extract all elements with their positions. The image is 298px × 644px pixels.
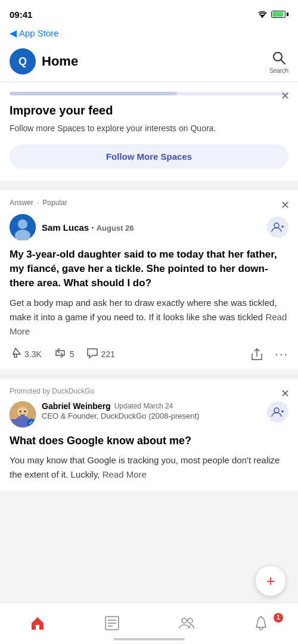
promoted-text: You may know that Google is tracking you… [10, 453, 288, 482]
action-row: 3.3K 5 221 [10, 347, 288, 361]
answer-card: Answer · Popular ✕ Sam Lucas · [0, 190, 298, 369]
follow-promoted-author-button[interactable] [267, 401, 288, 423]
author-row: Sam Lucas · August 26 [10, 214, 288, 240]
follow-promoted-icon [271, 405, 284, 419]
svg-text:Q: Q [18, 55, 27, 67]
promoted-card-close-button[interactable]: ✕ [281, 387, 290, 400]
verified-badge: ✓ [27, 419, 35, 427]
back-nav[interactable]: ◀ App Store [0, 26, 298, 44]
upvote-count: 3.3K [24, 349, 42, 359]
nav-item-spaces[interactable] [149, 611, 224, 631]
back-arrow-icon: ◀ [10, 27, 17, 39]
wifi-icon [257, 10, 268, 18]
back-label[interactable]: App Store [19, 28, 59, 38]
comment-count: 221 [101, 349, 115, 359]
upvote-arrow-icon [10, 347, 21, 359]
progress-bar-fill [10, 92, 177, 95]
svg-line-4 [281, 60, 285, 64]
author-date: August 26 [97, 224, 134, 233]
nav-item-notifications[interactable]: 1 [224, 611, 298, 631]
quora-q-icon: Q [14, 53, 31, 70]
promoted-avatar: ✓ [10, 401, 36, 428]
follow-author-button[interactable] [267, 216, 288, 238]
home-indicator [113, 638, 185, 640]
battery-icon [271, 11, 288, 18]
improve-feed-title: Improve your feed [10, 104, 288, 117]
main-content: ✕ Improve your feed Follow more Spaces t… [0, 82, 298, 538]
home-icon [30, 615, 45, 631]
author-date-separator: · [91, 222, 96, 233]
comment-bubble-icon [86, 348, 98, 358]
answer-meta: Answer · Popular [10, 199, 288, 207]
promoted-author-date: Updated March 24 [114, 402, 173, 410]
reshare-count: 5 [70, 349, 74, 359]
svg-point-0 [262, 17, 263, 18]
progress-bar [10, 92, 288, 95]
write-icon [104, 615, 120, 631]
comment-button[interactable]: 221 [86, 348, 115, 360]
share-icon [251, 348, 263, 361]
promoted-author-name-row: Gabriel Weinberg Updated March 24 [42, 401, 199, 411]
upvote-icon [10, 347, 21, 361]
header-left: Q Home [10, 48, 78, 75]
notification-badge: 1 [274, 613, 283, 623]
follow-more-spaces-button[interactable]: Follow More Spaces [10, 144, 288, 169]
app-header: Q Home Search [0, 44, 298, 82]
section-divider [0, 185, 298, 190]
svg-point-6 [18, 219, 27, 229]
svg-point-19 [274, 408, 279, 413]
progress-bar-container [10, 92, 288, 95]
status-bar: 09:41 [0, 0, 298, 26]
svg-point-15 [20, 411, 21, 413]
promoted-card: Promoted by DuckDuckGo ✕ ✓ [0, 379, 298, 490]
fab-button[interactable]: + [255, 565, 286, 596]
svg-rect-12 [14, 354, 17, 357]
more-options-icon: ··· [275, 347, 288, 361]
reshare-icon [54, 348, 67, 360]
author-info: Sam Lucas · August 26 [42, 222, 134, 233]
spaces-people-icon [179, 615, 194, 631]
page-title: Home [42, 54, 78, 69]
author-avatar [10, 214, 36, 240]
promoted-question: What does Google know about me? [10, 435, 288, 447]
upvote-button[interactable]: 3.3K [10, 347, 42, 361]
svg-point-16 [24, 411, 26, 413]
answer-badge: Answer [10, 199, 33, 207]
improve-feed-description: Follow more Spaces to explore your inter… [10, 122, 288, 135]
svg-rect-22 [36, 625, 39, 630]
promoted-author-row: ✓ Gabriel Weinberg Updated March 24 CEO … [10, 401, 288, 428]
quora-logo: Q [10, 48, 36, 75]
improve-card-close-button[interactable]: ✕ [281, 91, 290, 101]
search-icon [271, 49, 287, 66]
svg-point-28 [188, 618, 193, 623]
nav-item-home[interactable] [0, 611, 74, 631]
answer-dot: · [37, 199, 39, 207]
reshare-button[interactable]: 5 [54, 348, 74, 360]
answer-text: Get a body map and ask her to draw exact… [10, 296, 288, 339]
promoted-author-left: ✓ Gabriel Weinberg Updated March 24 CEO … [10, 401, 199, 428]
answer-question: My 3-year-old daughter said to me today … [10, 247, 288, 290]
svg-point-8 [274, 223, 279, 228]
more-options-button[interactable]: ··· [275, 347, 288, 361]
svg-point-27 [182, 618, 187, 623]
bell-icon [253, 615, 269, 631]
promoted-author-name: Gabriel Weinberg [42, 401, 111, 411]
status-time: 09:41 [10, 10, 32, 20]
status-icons [257, 10, 288, 18]
share-button[interactable] [251, 348, 263, 361]
promoted-read-more[interactable]: Read More [103, 469, 147, 479]
promoted-author-role: CEO & Founder, DuckDuckGo (2008-present) [42, 411, 199, 422]
promoted-label: Promoted by DuckDuckGo [10, 387, 288, 395]
comment-icon [86, 348, 98, 360]
reshare-arrows-icon [54, 348, 67, 358]
nav-item-write[interactable] [74, 611, 149, 631]
answer-tag: Popular [42, 199, 67, 207]
answer-card-close-button[interactable]: ✕ [281, 199, 290, 212]
author-name: Sam Lucas · August 26 [42, 222, 134, 233]
promoted-section-divider [0, 374, 298, 379]
follow-user-icon [271, 221, 284, 234]
improve-feed-card: ✕ Improve your feed Follow more Spaces t… [0, 82, 298, 181]
svg-marker-11 [13, 348, 20, 354]
author-left: Sam Lucas · August 26 [10, 214, 134, 240]
search-button[interactable]: Search [269, 49, 288, 74]
